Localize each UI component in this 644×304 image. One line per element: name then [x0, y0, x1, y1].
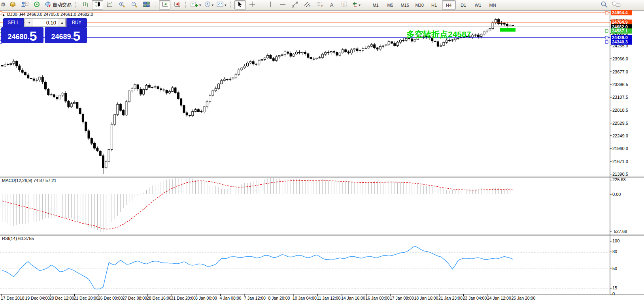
svg-text:14 Jan 16:00: 14 Jan 16:00: [341, 296, 365, 300]
svg-text:23 Jan 04:00: 23 Jan 04:00: [463, 296, 487, 300]
chat-button[interactable]: [610, 0, 622, 9]
fibonacci-tool[interactable]: F: [314, 0, 325, 9]
svg-text:23966.0: 23966.0: [612, 56, 628, 61]
signals-button[interactable]: [31, 0, 43, 9]
svg-text:8 Jan 20:00: 8 Jan 20:00: [268, 296, 290, 300]
lot-increase-button[interactable]: ▲: [58, 19, 65, 26]
line-handle[interactable]: [605, 30, 608, 32]
svg-text:25 Jan 20:00: 25 Jan 20:00: [512, 296, 536, 300]
lot-decrease-button[interactable]: ▼: [25, 19, 32, 26]
chevron-down-icon: ▾: [199, 3, 201, 7]
vertical-line-icon: [268, 1, 273, 9]
text-tool[interactable]: A: [326, 0, 338, 9]
cursor-button[interactable]: [234, 0, 246, 9]
arrows-tool[interactable]: ▾: [351, 0, 362, 9]
svg-text:T: T: [343, 2, 345, 7]
profile-icon: [21, 1, 28, 9]
zoom-out-button[interactable]: [128, 0, 140, 9]
timeframe-button-M1[interactable]: M1: [369, 0, 383, 9]
buy-price-button[interactable]: 24689.5: [45, 27, 87, 43]
profiles-button[interactable]: [19, 0, 30, 9]
auto-scroll-button[interactable]: [159, 0, 170, 9]
line-chart-button[interactable]: [104, 0, 115, 9]
trendline-tool[interactable]: [289, 0, 301, 9]
buy-price-int: 24689.: [51, 32, 73, 42]
text-label-tool[interactable]: T: [338, 0, 350, 9]
svg-text:F: F: [321, 5, 323, 8]
highlight-zone[interactable]: [500, 28, 516, 32]
svg-text:23677.0: 23677.0: [612, 69, 628, 74]
svg-text:21390.5: 21390.5: [612, 172, 628, 176]
line-handle[interactable]: [605, 36, 608, 39]
timeframe-button-MN[interactable]: MN: [486, 0, 500, 9]
sell-button[interactable]: SELL: [3, 18, 24, 27]
svg-text:20 Dec 12:00: 20 Dec 12:00: [49, 296, 74, 300]
chart-shift-button[interactable]: [171, 0, 183, 9]
search-icon: [601, 1, 608, 9]
charts-stack-icon: [9, 1, 16, 9]
timeframe-button-H4[interactable]: H4: [442, 0, 456, 9]
templates-button[interactable]: ▾: [215, 0, 228, 9]
bar-chart-button[interactable]: [79, 0, 91, 9]
search-button[interactable]: [598, 0, 610, 9]
periods-button[interactable]: ▾: [203, 0, 215, 9]
timeframe-button-W1[interactable]: W1: [471, 0, 485, 9]
tile-windows-icon: [143, 1, 150, 9]
candlestick-chart-button[interactable]: [92, 0, 103, 9]
lot-size-input[interactable]: [32, 19, 58, 26]
candlestick-chart-icon: [94, 1, 101, 9]
indicators-button[interactable]: ▾: [189, 0, 202, 9]
svg-text:-527.68: -527.68: [612, 229, 627, 234]
autotrading-button[interactable]: 自动交易: [43, 0, 73, 9]
toolbar-separator: [76, 2, 77, 8]
timeframe-button-D1[interactable]: D1: [457, 0, 470, 9]
horizontal-line-tool[interactable]: [277, 0, 289, 9]
timeframe-group: M1M5M15M30H1H4D1W1MN: [368, 0, 500, 9]
timeframe-button-M30[interactable]: M30: [413, 0, 427, 9]
svg-text:24340.3: 24340.3: [612, 39, 628, 44]
chart-canvas[interactable]: 多空转折点2458724824.524535.524255.023966.023…: [0, 0, 644, 304]
svg-text:23107.5: 23107.5: [612, 95, 628, 99]
svg-text:21 Jan 23:00: 21 Jan 23:00: [438, 296, 463, 300]
line-handle[interactable]: [605, 41, 608, 43]
svg-text:17 Dec 2018: 17 Dec 2018: [1, 296, 25, 300]
toolbar-separator: [230, 2, 232, 8]
svg-text:24784.9: 24784.9: [612, 20, 628, 24]
zoom-in-button[interactable]: [116, 0, 128, 9]
top-toolbar: 单 自动交易 ▾ ▾ ▾ E F A T ▾ M1M5M15M30H1H4D1W…: [0, 0, 644, 10]
svg-text:225.63: 225.63: [612, 177, 626, 182]
equidistant-channel-tool[interactable]: E: [302, 0, 313, 9]
timeframe-button-H1[interactable]: H1: [427, 0, 441, 9]
toolbar-separator: [261, 2, 263, 8]
line-handle[interactable]: [605, 11, 608, 14]
buy-button[interactable]: BUY: [66, 18, 87, 27]
autotrading-label: 自动交易: [53, 2, 72, 8]
sell-price-button[interactable]: 24680.5: [1, 27, 43, 43]
svg-text:16 Jan 00:00: 16 Jan 00:00: [366, 296, 390, 300]
svg-text:10 Jan 04:00: 10 Jan 04:00: [293, 296, 317, 300]
collapse-panel-icon[interactable]: ▲: [2, 13, 5, 17]
fibonacci-icon: F: [316, 1, 323, 9]
chart-symbol-info: ▲DJ30-,H4 24663.0 24705.0 24661.0 24682.…: [2, 12, 93, 17]
annotation-text[interactable]: 多空转折点24587: [406, 30, 471, 39]
crosshair-button[interactable]: [247, 0, 258, 9]
new-order-button[interactable]: 单: [1, 2, 6, 8]
clock-icon: [204, 1, 211, 9]
tile-windows-button[interactable]: [141, 0, 152, 9]
bar-chart-icon: [82, 1, 89, 9]
one-click-trading-panel: SELL ▼ ▲ BUY 24680.5 24689.5: [1, 18, 87, 43]
text-tool-icon: A: [330, 2, 334, 8]
svg-text:22818.5: 22818.5: [612, 108, 628, 113]
trendline-icon: [292, 1, 298, 9]
vertical-line-tool[interactable]: [265, 0, 276, 9]
timeframe-button-M15[interactable]: M15: [398, 0, 412, 9]
svg-text:21 Dec 20:00: 21 Dec 20:00: [74, 296, 99, 300]
template-icon: [217, 1, 224, 9]
signal-swirl-icon: [34, 1, 40, 9]
svg-text:80: 80: [612, 249, 617, 254]
charts-stack-button[interactable]: [7, 0, 18, 9]
zoom-out-icon: [131, 1, 138, 9]
arrows-icon: [352, 1, 358, 9]
timeframe-button-M5[interactable]: M5: [383, 0, 397, 9]
svg-text:24994.4: 24994.4: [612, 10, 628, 15]
